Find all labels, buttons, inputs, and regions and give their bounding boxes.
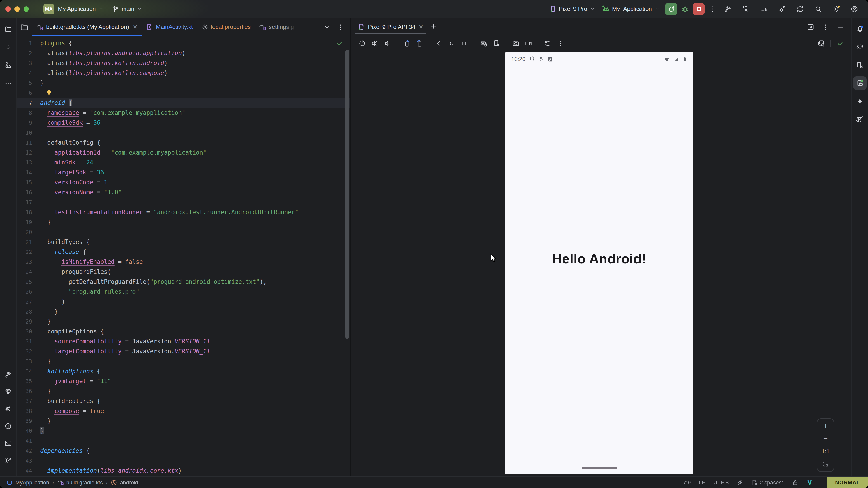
tool-stripe-notifications-button[interactable] — [852, 20, 867, 38]
tool-stripe-logcat-button[interactable] — [1, 400, 16, 418]
settings-button[interactable] — [831, 3, 842, 14]
code-line-41[interactable]: 41 — [17, 436, 350, 446]
code-line-10[interactable]: 10 — [17, 128, 350, 138]
panel-options-button[interactable] — [822, 23, 829, 31]
branch-selector[interactable]: main — [112, 5, 143, 12]
code-line-13[interactable]: 13 minSdk = 24 — [17, 158, 350, 168]
zoom-window-button[interactable] — [24, 6, 29, 11]
code-line-28[interactable]: 28 } — [17, 307, 350, 317]
tool-stripe-problems-button[interactable] — [1, 418, 16, 435]
add-device-button[interactable] — [430, 22, 437, 31]
code-line-6[interactable]: 6 — [17, 88, 350, 98]
caret-position-widget[interactable]: 7:9 — [683, 479, 690, 486]
editor-tab-2[interactable]: MainActivity.kt — [142, 18, 197, 36]
code-line-23[interactable]: 23 isMinifyEnabled = false — [17, 257, 350, 267]
ai-assistant-status-widget[interactable] — [737, 479, 743, 486]
zoom-out-button[interactable]: − — [824, 435, 828, 442]
rerun-button[interactable] — [665, 2, 677, 15]
editor-tab-3[interactable]: local.properties — [197, 18, 255, 36]
code-line-42[interactable]: 42dependencies { — [17, 446, 350, 456]
code-editor[interactable]: 1plugins {2 alias(libs.plugins.android.a… — [17, 36, 350, 476]
code-line-39[interactable]: 39 } — [17, 416, 350, 426]
code-line-34[interactable]: 34 kotlinOptions { — [17, 366, 350, 377]
device-screen[interactable]: 10:20 Hello Android! — [505, 53, 693, 474]
code-line-15[interactable]: 15 versionCode = 1 — [17, 177, 350, 188]
hardware-input-button[interactable] — [478, 38, 489, 49]
tool-stripe-app-insights-button[interactable] — [852, 110, 867, 128]
device-settings-button[interactable] — [491, 38, 502, 49]
code-line-25[interactable]: 25 getDefaultProguardFile("proguard-andr… — [17, 277, 350, 287]
screen-record-button[interactable] — [523, 38, 534, 49]
home-button[interactable] — [446, 38, 457, 49]
select-opened-file-button[interactable] — [17, 18, 32, 36]
inspections-status-icon[interactable] — [336, 40, 343, 46]
power-button[interactable] — [357, 38, 368, 49]
tab-options-button[interactable] — [337, 23, 344, 31]
profiler-button[interactable] — [758, 3, 770, 14]
inspections-ok-button[interactable] — [835, 38, 846, 49]
volume-up-button[interactable] — [369, 38, 380, 49]
editor-scrollbar[interactable] — [345, 50, 349, 339]
code-line-43[interactable]: 43 — [17, 456, 350, 466]
tool-stripe-commit-button[interactable] — [1, 38, 16, 56]
tool-stripe-project-folder-button[interactable] — [1, 20, 16, 38]
code-line-2[interactable]: 2 alias(libs.plugins.android.application… — [17, 48, 350, 58]
hide-panel-button[interactable] — [837, 23, 844, 31]
indent-widget[interactable]: 2 spaces* — [751, 479, 784, 486]
code-line-7[interactable]: 7android { — [17, 98, 350, 108]
zoom-in-button[interactable]: + — [824, 423, 828, 429]
code-line-44[interactable]: 44 implementation(libs.androidx.core.ktx… — [17, 466, 350, 476]
code-line-1[interactable]: 1plugins { — [17, 38, 350, 48]
tool-stripe-structure-button[interactable] — [1, 56, 16, 74]
gesture-navigation-bar[interactable] — [581, 467, 617, 469]
rotate-left-button[interactable] — [401, 38, 412, 49]
minimize-window-button[interactable] — [14, 6, 20, 11]
code-line-20[interactable]: 20 — [17, 227, 350, 237]
breadcrumb-item[interactable]: android — [111, 479, 138, 486]
line-separator-widget[interactable]: LF — [699, 479, 705, 486]
rotate-right-button[interactable] — [414, 38, 425, 49]
volume-down-button[interactable] — [382, 38, 393, 49]
apply-changes-button[interactable] — [777, 3, 787, 14]
code-line-18[interactable]: 18 testInstrumentationRunner = "androidx… — [17, 207, 350, 217]
code-line-27[interactable]: 27 ) — [17, 297, 350, 307]
breadcrumb-item[interactable]: build.gradle.kts — [57, 479, 103, 486]
tool-stripe-app-inspection-button[interactable] — [1, 383, 16, 400]
code-line-21[interactable]: 21 buildTypes { — [17, 237, 350, 247]
vim-widget[interactable] — [806, 479, 813, 486]
tool-stripe-terminal-button[interactable] — [1, 435, 16, 452]
tool-stripe-device-manager-button[interactable] — [852, 56, 867, 74]
device-tab[interactable]: Pixel 9 Pro API 34 ✕ — [354, 18, 427, 36]
editor-tab-1[interactable]: build.gradle.kts (My Application)✕ — [32, 18, 142, 36]
encoding-widget[interactable]: UTF-8 — [713, 479, 729, 486]
close-tab-button[interactable]: ✕ — [133, 24, 138, 30]
more-run-options-button[interactable] — [707, 3, 718, 14]
stop-button[interactable] — [692, 2, 705, 15]
back-button[interactable] — [434, 38, 444, 49]
code-line-12[interactable]: 12 applicationId = "com.example.myapplic… — [17, 148, 350, 158]
build-button[interactable] — [722, 3, 733, 14]
project-selector[interactable]: My Application — [58, 5, 104, 12]
actual-size-button[interactable]: 1:1 — [822, 448, 830, 455]
more-vertical-button[interactable] — [555, 38, 566, 49]
code-line-32[interactable]: 32 targetCompatibility = JavaVersion.VER… — [17, 347, 350, 357]
reset-button[interactable] — [542, 38, 553, 49]
code-line-33[interactable]: 33 } — [17, 357, 350, 366]
code-line-3[interactable]: 3 alias(libs.plugins.kotlin.android) — [17, 58, 350, 68]
breadcrumb-item[interactable]: MyApplication — [6, 479, 49, 486]
sync-refactor-button[interactable] — [741, 3, 751, 14]
code-line-11[interactable]: 11 defaultConfig { — [17, 138, 350, 148]
code-line-5[interactable]: 5} — [17, 78, 350, 88]
code-line-17[interactable]: 17 — [17, 197, 350, 207]
code-line-36[interactable]: 36 } — [17, 386, 350, 396]
editor-tab-4[interactable]: settings.g — [255, 18, 299, 36]
gradle-sync-button[interactable] — [795, 3, 806, 14]
readonly-toggle-widget[interactable] — [792, 479, 798, 486]
search-button[interactable] — [813, 3, 824, 14]
code-line-35[interactable]: 35 jvmTarget = "11" — [17, 377, 350, 386]
vim-mode-badge[interactable]: NORMAL — [827, 477, 868, 488]
tool-stripe-version-control-button[interactable] — [1, 452, 16, 469]
overview-button[interactable] — [459, 38, 470, 49]
code-line-30[interactable]: 30 compileOptions { — [17, 327, 350, 337]
code-line-40[interactable]: 40} — [17, 426, 350, 436]
